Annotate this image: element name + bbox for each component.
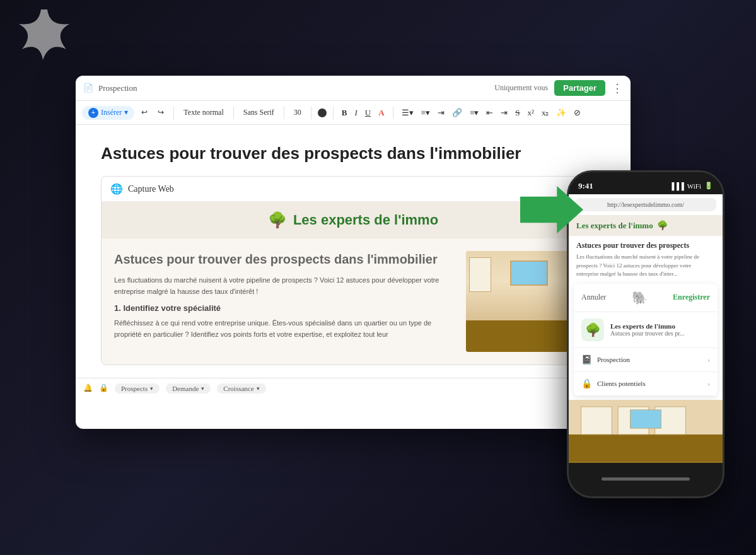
tag-demande-label: Demande (172, 385, 199, 392)
clip-option-clients-arrow: › (707, 379, 710, 389)
more-toolbar-button[interactable]: ⊘ (572, 107, 583, 119)
insert-label: Insérer (101, 108, 122, 117)
clip-option-prospection-label: Prospection (597, 356, 630, 363)
desktop-window: 📄 Prospection Uniquement vous Partager ⋮… (76, 76, 631, 429)
phone-status-icons: ▐▐▐ WiFi 🔋 (669, 182, 713, 190)
bell-icon: 🔔 (83, 383, 93, 393)
subscript-button[interactable]: x₂ (540, 107, 551, 119)
more-options-icon[interactable]: ⋮ (612, 81, 623, 95)
tag-prospects-label: Prospects (121, 385, 148, 392)
phone-screen: http://lesexpertsdelimmo.com/ Les expert… (569, 194, 723, 463)
toolbar-separator-6 (393, 107, 393, 119)
superscript-button[interactable]: x² (526, 107, 536, 119)
tag-prospects-chevron: ▾ (150, 385, 153, 392)
clip-option-clients-label: Clients potentiels (597, 380, 646, 387)
undo-button[interactable]: ↩ (138, 107, 151, 119)
clip-option-prospection-arrow: › (707, 355, 710, 365)
globe-icon: 🌐 (110, 183, 123, 195)
bold-button[interactable]: B (340, 107, 349, 119)
clip-preview: 🌳 Les experts de l'immo Astuces pour tro… (574, 312, 718, 348)
wifi-icon: WiFi (687, 182, 701, 190)
tag-demande[interactable]: Demande ▾ (166, 383, 211, 394)
bullet-list-button[interactable]: ☰▾ (400, 107, 416, 119)
star-decoration (6, 6, 88, 88)
strikethrough-button[interactable]: S (513, 107, 521, 119)
indent-decrease-button[interactable]: ⇤ (484, 107, 495, 119)
clients-icon: 🔒 (581, 378, 592, 389)
svg-rect-3 (581, 406, 612, 434)
insert-chevron: ▾ (124, 108, 128, 117)
phone-article-body: Les fluctuations du marché nuisent à vot… (569, 253, 723, 284)
web-capture-label: Capture Web (128, 184, 174, 194)
share-button[interactable]: Partager (554, 80, 605, 96)
phone-home-indicator (602, 477, 690, 481)
clip-evernote-icon: 🐘 (632, 290, 648, 305)
tag-croissance-label: Croissance (223, 385, 253, 392)
ordered-list-button[interactable]: ≡▾ (419, 107, 432, 119)
site-logo-icon: 🌳 (268, 211, 287, 229)
tag-prospects[interactable]: Prospects ▾ (115, 383, 160, 394)
document-name: Prospection (98, 83, 137, 93)
phone-article-title: Astuces pour trouver des prospects (569, 236, 723, 253)
clip-preview-subtitle: Astuces pour trouver des pr... (610, 330, 710, 337)
signal-icon: ▐▐▐ (669, 182, 683, 190)
article-intro: Les fluctuations du marché nuisent à vot… (114, 275, 453, 297)
clip-option-prospection[interactable]: 📓 Prospection › (574, 348, 718, 372)
font-select[interactable]: Sans Serif (240, 107, 277, 119)
article-headline: Astuces pour trouver des prospects dans … (114, 251, 453, 267)
toolbar-separator-5 (333, 107, 334, 119)
plus-icon: + (88, 108, 98, 118)
clip-preview-tree-icon: 🌳 (585, 322, 601, 337)
magic-button[interactable]: ✨ (554, 107, 568, 119)
svg-rect-6 (631, 409, 661, 428)
toolbar-separator-2 (233, 107, 234, 119)
article-body-2: Réfléchissez à ce qui rend votre entrepr… (114, 318, 453, 340)
clip-option-prospection-left: 📓 Prospection (581, 354, 630, 365)
clip-preview-icon: 🌳 (581, 318, 604, 341)
tag-croissance-chevron: ▾ (257, 385, 260, 392)
article-point-1: 1. Identifiez votre spécialité (114, 303, 453, 313)
link-button[interactable]: 🔗 (450, 107, 464, 119)
green-arrow (520, 186, 583, 237)
phone-kitchen-image (569, 400, 723, 463)
phone-site-icon: 🌳 (657, 220, 668, 231)
toolbar: + Insérer ▾ ↩ ↪ Texte normal Sans Serif … (76, 101, 631, 125)
toolbar-separator-4 (311, 107, 311, 119)
font-size-select[interactable]: 30 (291, 107, 305, 119)
clip-option-clients[interactable]: 🔒 Clients potentiels › (574, 372, 718, 396)
clip-preview-text: Les experts de l'immo Astuces pour trouv… (610, 322, 710, 337)
clip-save-dialog: Annuler 🐘 Enregistrer 🌳 Les experts de l… (574, 284, 718, 396)
font-color-button[interactable]: A (376, 107, 386, 119)
tag-demande-chevron: ▾ (201, 385, 204, 392)
italic-button[interactable]: I (352, 107, 359, 119)
text-style-select[interactable]: Texte normal (180, 107, 226, 119)
phone-url-bar[interactable]: http://lesexpertsdelimmo.com/ (575, 198, 716, 211)
tag-croissance[interactable]: Croissance ▾ (217, 383, 265, 394)
app-topbar-right: Uniquement vous Partager ⋮ (494, 80, 623, 96)
indent-increase-button[interactable]: ⇥ (499, 107, 509, 119)
toolbar-separator-1 (173, 107, 174, 119)
svg-rect-2 (569, 434, 723, 462)
kitchen-window (510, 260, 548, 286)
battery-icon: 🔋 (704, 182, 713, 190)
mobile-phone: 9:41 ▐▐▐ WiFi 🔋 http://lesexpertsdelimmo… (567, 170, 724, 498)
document-content: Astuces pour trouver des prospects dans … (76, 125, 631, 378)
notebook-icon: 📓 (581, 354, 592, 365)
site-title: Les experts de l'immo (293, 212, 438, 228)
text-color-swatch[interactable] (318, 108, 327, 117)
underline-button[interactable]: U (363, 107, 373, 119)
redo-button[interactable]: ↪ (154, 107, 167, 119)
document-statusbar: 🔔 🔒 Prospects ▾ Demande ▾ Croissance ▾ T… (76, 378, 631, 398)
toolbar-separator-3 (284, 107, 284, 119)
indent-button[interactable]: ⇥ (436, 107, 446, 119)
clip-cancel-button[interactable]: Annuler (581, 293, 606, 302)
insert-button[interactable]: + Insérer ▾ (82, 106, 134, 120)
privacy-label: Uniquement vous (494, 83, 548, 93)
phone-site-header: Les experts de l'immo 🌳 (569, 215, 723, 236)
align-button[interactable]: ≡▾ (468, 107, 480, 119)
lock-icon: 🔒 (99, 383, 108, 393)
article-text: Astuces pour trouver des prospects dans … (114, 251, 453, 352)
clip-dialog-header: Annuler 🐘 Enregistrer (574, 284, 718, 312)
clip-save-button[interactable]: Enregistrer (673, 293, 710, 302)
phone-notch-area: 9:41 ▐▐▐ WiFi 🔋 (569, 172, 723, 194)
